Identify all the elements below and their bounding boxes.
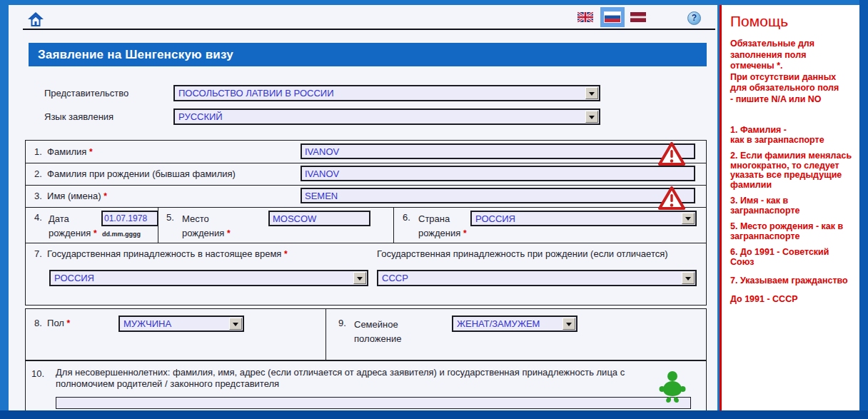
dropdown-arrow-button[interactable] (682, 272, 695, 284)
required-star: * (463, 228, 467, 238)
main-panel: ? Заявление на Шенгенскую визу Представи… (9, 5, 717, 410)
chevron-down-icon (685, 277, 691, 283)
dropdown-arrow-button[interactable] (682, 213, 695, 224)
firstname-label: Имя (имена) (47, 191, 101, 201)
field-number: 7. (34, 248, 42, 259)
field-number: 5. (166, 212, 174, 223)
help-item: 5. Место рождения - как в загранпаспорте (730, 222, 854, 241)
birth-country-label: Страна рождения * (418, 212, 475, 241)
warning-icon (658, 142, 685, 166)
toolbar-divider (23, 29, 715, 30)
dropdown-arrow-button[interactable] (229, 318, 242, 330)
gender-select[interactable]: МУЖЧИНА (118, 315, 244, 332)
gender-value: МУЖЧИНА (123, 318, 171, 330)
citizenship-birth-value: СССР (382, 272, 408, 285)
language-flag-russian[interactable] (600, 7, 625, 27)
chevron-down-icon (566, 323, 572, 329)
gender-marital-box: 8. Пол * МУЖЧИНА 9. Семейное положение Ж… (25, 308, 707, 360)
citizenship-birth-label: Государственная принадлежность при рожде… (377, 248, 668, 259)
citizenship-now-label: 7. Государственная принадлежность в наст… (34, 248, 288, 259)
home-icon (27, 11, 44, 28)
minors-input[interactable] (56, 397, 691, 409)
marital-status-select[interactable]: ЖЕНАТ/ЗАМУЖЕМ (452, 315, 577, 332)
representation-label: Представительство (44, 88, 128, 99)
lv-flag-icon (630, 12, 646, 22)
birth-surname-label: Фамилия при рождении (бывшая фамилия) (47, 168, 236, 179)
warning-icon (658, 186, 685, 211)
ru-flag-icon (605, 12, 620, 22)
language-label: Язык заявления (44, 111, 113, 122)
chevron-down-icon (589, 92, 595, 99)
field-number: 4. (34, 212, 42, 223)
chevron-down-icon (233, 323, 238, 329)
firstname-row-label: 3. Имя (имена) * (34, 191, 107, 201)
help-item: 3. Имя - как в загранпаспорте (730, 196, 854, 216)
chevron-down-icon (685, 217, 691, 223)
date-format-hint: dd.mm.gggg (102, 231, 141, 238)
help-items-list: 1. Фамилия - как в загранпаспорте 2. Есл… (722, 126, 859, 304)
dropdown-arrow-button[interactable] (562, 318, 575, 330)
required-star: * (67, 318, 71, 328)
required-star: * (89, 147, 93, 157)
gender-row-label: 8. Пол * (34, 318, 70, 328)
citizenship-now-select[interactable]: РОССИЯ (49, 270, 368, 286)
birth-surname-row-label: 2. Фамилия при рождении (бывшая фамилия) (34, 168, 236, 179)
surname-input[interactable] (301, 143, 695, 159)
help-item: 6. До 1991 - Советский Союз (730, 248, 854, 267)
birthdate-label-text: Дата рождения (49, 213, 91, 238)
surname-row-label: 1. Фамилия * (34, 146, 93, 157)
birthdate-label: Дата рождения * (49, 212, 100, 241)
help-item: 2. Если фамилия менялась многократно, то… (730, 151, 854, 190)
required-star: * (94, 228, 97, 238)
required-star: * (227, 228, 231, 238)
birthplace-input[interactable] (268, 211, 370, 226)
field-number: 1. (34, 146, 42, 157)
birthdate-input[interactable] (101, 211, 158, 226)
birth-country-label-text: Страна рождения (418, 213, 460, 238)
required-star: * (284, 249, 288, 259)
help-intro-text: Обязательные для заполнения поля отмечен… (730, 39, 852, 105)
field-number: 10. (31, 368, 44, 379)
field-number: 6. (403, 212, 410, 223)
language-flag-english[interactable] (577, 12, 593, 23)
birth-country-select[interactable]: РОССИЯ (470, 211, 697, 226)
minors-label: Для несовершеннолетних: фамилия, имя, ад… (56, 367, 677, 390)
dropdown-arrow-button[interactable] (585, 111, 598, 123)
field-number: 2. (34, 168, 42, 179)
dropdown-arrow-button[interactable] (353, 272, 366, 284)
field-number: 8. (34, 318, 42, 328)
uk-flag-icon (577, 12, 593, 22)
baby-icon (658, 370, 687, 404)
birth-surname-input[interactable] (301, 166, 695, 181)
marital-status-label: Семейное положение (354, 318, 418, 346)
chevron-down-icon (357, 277, 363, 283)
language-flag-latvian[interactable] (630, 12, 646, 23)
firstname-input[interactable] (301, 188, 695, 203)
page-frame-bottom (0, 410, 868, 419)
help-item: 1. Фамилия - как в загранпаспорте (730, 126, 854, 145)
personal-data-box: 1. Фамилия * 2. Фамилия при рождении (бы… (25, 140, 707, 306)
question-icon: ? (692, 13, 697, 23)
help-item: До 1991 - СССР (730, 295, 854, 305)
dropdown-arrow-button[interactable] (585, 87, 598, 99)
representation-value: ПОСОЛЬСТВО ЛАТВИИ В РОССИИ (178, 87, 334, 100)
representation-select[interactable]: ПОСОЛЬСТВО ЛАТВИИ В РОССИИ (173, 85, 600, 101)
field-number: 3. (34, 191, 42, 201)
language-select[interactable]: РУССКИЙ (173, 108, 600, 125)
marital-status-value: ЖЕНАТ/ЗАМУЖЕМ (457, 318, 540, 330)
citizenship-now-label-text: Государственная принадлежность в настоящ… (47, 248, 281, 259)
home-button[interactable] (27, 11, 44, 28)
birthplace-label: Место рождения * (182, 212, 238, 241)
help-panel-title: Помощь (730, 13, 859, 30)
birth-country-value: РОССИЯ (475, 213, 515, 226)
chevron-down-icon (589, 116, 595, 122)
citizenship-now-value: РОССИЯ (54, 272, 94, 285)
gender-label: Пол (47, 318, 64, 328)
required-star: * (104, 191, 107, 201)
help-button[interactable]: ? (687, 11, 701, 25)
birthplace-label-text: Место рождения (182, 213, 224, 238)
citizenship-birth-select[interactable]: СССР (377, 270, 697, 286)
page-frame-right (859, 0, 868, 419)
page-title: Заявление на Шенгенскую визу (29, 43, 707, 66)
minors-box: 10. Для несовершеннолетних: фамилия, имя… (25, 360, 707, 410)
